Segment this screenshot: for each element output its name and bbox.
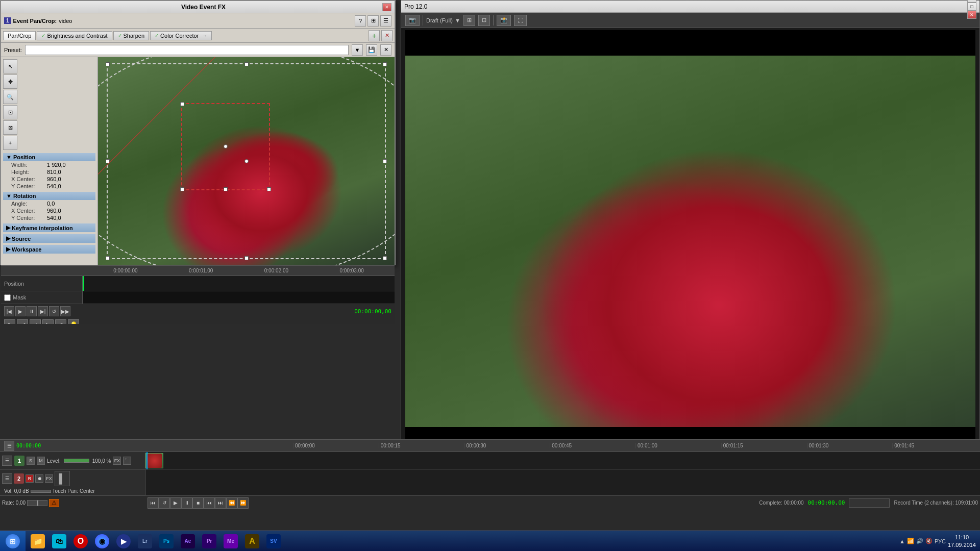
pro-close-button[interactable]: ✕ <box>967 11 976 19</box>
inner-center-handle[interactable] <box>224 144 228 148</box>
main-stop-button[interactable]: ■ <box>192 497 204 509</box>
tool-cursor[interactable]: ↖ <box>3 59 17 73</box>
mask-checkbox[interactable] <box>4 294 11 301</box>
tl-end-button[interactable]: ▶▶ <box>60 306 70 316</box>
taskbar-app-chrome[interactable]: ◉ <box>92 532 112 551</box>
tl-loop-button[interactable]: ↺ <box>49 306 59 316</box>
inner-handle-br[interactable] <box>267 187 271 191</box>
inner-handle-bm[interactable] <box>224 187 228 191</box>
vol-slider[interactable] <box>31 490 51 493</box>
position-header[interactable]: ▼ Position <box>3 153 95 161</box>
fx-close-icon[interactable]: ✕ <box>381 30 393 41</box>
main-pause-button[interactable]: ⏸ <box>181 497 192 509</box>
handle-br[interactable] <box>383 256 387 260</box>
track1-fx[interactable]: FX <box>113 457 121 465</box>
video-clip[interactable] <box>145 453 163 468</box>
tl-next-button[interactable]: ▶| <box>38 306 48 316</box>
workspace-header[interactable]: ▶ Workspace <box>3 245 95 254</box>
fx-grid-button[interactable]: ⊞ <box>368 15 379 27</box>
motion-up-icon[interactable]: ↗ <box>55 319 66 324</box>
tl-stop-button[interactable]: ⏸ <box>27 306 37 316</box>
time-input[interactable] <box>849 498 890 508</box>
tool-4[interactable]: ⊡ <box>3 105 17 119</box>
track1-env[interactable]: ⬛ <box>123 457 131 465</box>
inner-handle-tl[interactable] <box>180 102 184 106</box>
tool-move[interactable]: ✥ <box>3 74 17 89</box>
motion-arrow-icon[interactable]: ↖ <box>4 319 15 324</box>
pro-draft-selector[interactable]: Draft (Full) ▼ <box>426 17 460 23</box>
tl-prev-button[interactable]: |◀ <box>4 306 14 316</box>
ycenter-label: Y Center: <box>11 183 47 189</box>
inner-handle-bl[interactable] <box>180 187 184 191</box>
taskbar-app-ae[interactable]: Ae <box>178 532 198 551</box>
keyframe-header[interactable]: ▶ Keyframe interpolation <box>3 223 95 232</box>
handle-tr[interactable] <box>383 62 387 66</box>
main-slower[interactable]: ⏪ <box>226 497 237 509</box>
tab-brightness-contrast[interactable]: ✓ Brightness and Contrast <box>37 31 112 40</box>
taskbar-app-opera[interactable]: O <box>70 532 91 551</box>
taskbar-app-pr[interactable]: Pr <box>199 532 219 551</box>
taskbar-app-a[interactable]: A <box>242 532 262 551</box>
track1-level-slider[interactable] <box>64 459 89 463</box>
fx-add-icon[interactable]: + <box>369 30 380 41</box>
preset-dropdown[interactable]: ▼ <box>352 44 363 56</box>
pro-overlay-button[interactable]: ⊡ <box>478 15 490 26</box>
preset-delete[interactable]: ✕ <box>380 44 391 56</box>
handle-bm[interactable] <box>244 256 249 260</box>
motion-left-icon[interactable]: ◀ <box>17 319 28 324</box>
vfx-close-button[interactable]: ✕ <box>382 3 391 11</box>
tab-pan-crop[interactable]: Pan/Crop <box>3 31 36 40</box>
track1-menu[interactable]: ☰ <box>2 456 12 466</box>
preset-input[interactable] <box>25 45 349 55</box>
pro-maximize-button[interactable]: □ <box>967 3 976 11</box>
rotation-header[interactable]: ▼ Rotation <box>3 192 95 200</box>
tab-sharpen[interactable]: ✓ Sharpen <box>113 31 150 40</box>
systray-expand-button[interactable]: ▲ <box>899 538 905 544</box>
main-faster[interactable]: ⏩ <box>237 497 249 509</box>
fx-help-button[interactable]: ? <box>355 15 366 27</box>
taskbar-app-store[interactable]: 🛍 <box>49 532 69 551</box>
tl-play-button[interactable]: ▶ <box>15 306 26 316</box>
main-playback-button[interactable]: ▶ <box>170 497 181 509</box>
tab-color-corrector[interactable]: ✓ Color Corrector → <box>150 31 212 40</box>
start-button[interactable]: ⊞ <box>0 531 26 552</box>
preset-save[interactable]: 💾 <box>366 44 377 56</box>
track2-record[interactable]: R <box>26 474 34 483</box>
track2-menu[interactable]: ☰ <box>2 473 12 484</box>
rot-xcenter-value: 960,0 <box>47 208 61 214</box>
taskbar-app-me[interactable]: Me <box>220 532 241 551</box>
main-play-button[interactable]: ⏮ <box>148 497 159 509</box>
track2-fx[interactable]: FX <box>45 474 53 483</box>
handle-tm[interactable] <box>244 62 249 66</box>
tool-zoom[interactable]: 🔍 <box>3 90 17 104</box>
pro-snapshot-button[interactable]: 📸 <box>497 15 511 26</box>
motion-down-icon[interactable]: ↙ <box>30 319 41 324</box>
tool-6[interactable]: + <box>3 136 17 150</box>
main-goto-start[interactable]: ⏮ <box>204 497 215 509</box>
taskbar-app-lr[interactable]: Lr <box>135 532 155 551</box>
pro-camera-button[interactable]: 📷 <box>405 15 420 26</box>
motion-bulb-icon[interactable]: 💡 <box>68 319 79 324</box>
handle-bl[interactable] <box>106 256 110 260</box>
handle-mr[interactable] <box>383 159 387 163</box>
position-arrow: ▼ <box>6 154 12 160</box>
taskbar-app-media[interactable]: ▶ <box>113 532 134 551</box>
taskbar-app-vegas[interactable]: SV <box>263 532 284 551</box>
source-header[interactable]: ▶ Source <box>3 234 95 243</box>
track1-solo[interactable]: S <box>27 457 35 465</box>
tool-5[interactable]: ⊠ <box>3 120 17 135</box>
position-title: Position <box>13 154 35 160</box>
rate-slider[interactable] <box>27 500 47 506</box>
taskbar-app-ps[interactable]: Ps <box>156 532 177 551</box>
handle-tl[interactable] <box>106 62 110 66</box>
main-goto-end[interactable]: ⏭ <box>215 497 226 509</box>
timeline-menu-button[interactable]: ☰ <box>4 441 14 451</box>
pro-grid-button[interactable]: ⊞ <box>463 15 475 26</box>
fx-list-button[interactable]: ☰ <box>380 15 391 27</box>
main-loop-button[interactable]: ↺ <box>159 497 170 509</box>
track2-arm[interactable]: ⏺ <box>35 474 43 483</box>
pro-fullscreen-button[interactable]: ⛶ <box>514 15 527 26</box>
motion-right-icon[interactable]: ▶ <box>42 319 54 324</box>
track1-mute[interactable]: M <box>37 457 45 465</box>
taskbar-app-explorer[interactable]: 📁 <box>28 532 48 551</box>
